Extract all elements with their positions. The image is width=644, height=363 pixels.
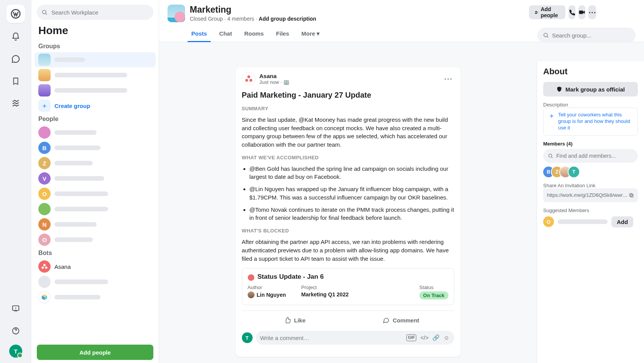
placeholder-bar: [54, 161, 93, 165]
comment-button[interactable]: Comment: [348, 313, 454, 327]
workplace-logo[interactable]: [7, 5, 25, 23]
group-search-input[interactable]: [552, 32, 630, 39]
notifications-icon[interactable]: [7, 28, 24, 45]
status-badge: On Track: [419, 291, 449, 299]
blocked-text: After obtaining the partner app API acce…: [242, 238, 454, 263]
bot-item[interactable]: [34, 274, 156, 289]
svg-point-5: [42, 267, 44, 269]
more-actions-button[interactable]: ⋯: [588, 5, 596, 19]
group-item[interactable]: [34, 83, 156, 98]
like-button[interactable]: Like: [242, 313, 348, 327]
global-search[interactable]: [37, 5, 153, 20]
status-title: Status Update - Jan 6: [258, 273, 324, 281]
person-avatar: Z: [38, 157, 51, 169]
tab-posts[interactable]: Posts: [190, 28, 209, 42]
feedback-icon[interactable]: [7, 300, 24, 317]
status-key: Status: [419, 285, 449, 290]
person-item[interactable]: V: [34, 171, 156, 186]
copy-icon[interactable]: [629, 193, 634, 198]
group-item[interactable]: [34, 67, 156, 83]
home-title: Home: [31, 21, 159, 41]
section-people: People: [31, 113, 159, 125]
emoji-icon[interactable]: ☺: [444, 334, 449, 341]
group-item-marketing[interactable]: [34, 52, 156, 67]
person-avatar: O: [38, 234, 51, 246]
create-group-button[interactable]: ＋ Create group: [34, 98, 156, 113]
author-key: Author: [248, 285, 286, 290]
comment-input[interactable]: [260, 335, 404, 341]
add-suggested-button[interactable]: Add: [611, 216, 633, 227]
member-search[interactable]: [543, 149, 638, 163]
comment-input-wrap[interactable]: GIF </> 🔗 ☺: [256, 331, 454, 345]
post-author-avatar[interactable]: [242, 72, 256, 86]
call-button[interactable]: [568, 5, 575, 19]
tab-rooms[interactable]: Rooms: [243, 28, 265, 42]
person-avatar: O: [38, 188, 51, 200]
svg-rect-14: [631, 194, 633, 197]
global-search-input[interactable]: [51, 9, 149, 16]
tab-files[interactable]: Files: [274, 28, 291, 42]
create-group-label: Create group: [54, 103, 90, 109]
globe-icon: 🏢: [283, 79, 289, 85]
person-item[interactable]: B: [34, 140, 156, 155]
svg-rect-8: [579, 11, 583, 14]
group-avatar-icon: [38, 54, 51, 66]
post-more-button[interactable]: ⋯: [442, 74, 454, 84]
search-icon: [543, 32, 549, 38]
placeholder-bar: [54, 176, 104, 181]
person-avatar: V: [38, 172, 51, 185]
bot-item-asana[interactable]: Asana: [34, 259, 156, 274]
tab-more[interactable]: More ▾: [300, 28, 321, 42]
add-group-description-link[interactable]: Add group description: [259, 16, 316, 22]
invitation-link[interactable]: https://work.me/g/1ZD6QtSk8/wwrR90Zt: [543, 188, 638, 202]
person-item[interactable]: Z: [34, 155, 156, 171]
code-icon[interactable]: </>: [420, 334, 429, 341]
group-cover-thumb: [168, 5, 185, 22]
suggested-label: Suggested Members: [543, 208, 638, 213]
person-item[interactable]: O: [34, 232, 156, 247]
asana-icon: [245, 75, 253, 83]
person-avatar: N: [38, 218, 51, 231]
video-call-button[interactable]: [578, 5, 585, 19]
add-people-sidebar-button[interactable]: Add people: [37, 345, 153, 360]
accomplished-label: WHAT WE'VE ACCOMPLISHED: [242, 154, 454, 162]
svg-point-6: [45, 267, 48, 269]
svg-point-10: [247, 75, 250, 78]
gif-icon[interactable]: GIF: [406, 334, 416, 341]
accomplishment-item: @Lin Nguyen has wrapped up the January f…: [250, 185, 454, 202]
svg-point-3: [43, 10, 46, 14]
bot-avatar: [38, 291, 51, 303]
person-item[interactable]: [34, 201, 156, 217]
blocked-label: WHAT'S BLOCKED: [242, 227, 454, 235]
group-title: Marketing: [190, 5, 524, 15]
person-item[interactable]: N: [34, 217, 156, 232]
group-search[interactable]: [537, 28, 636, 43]
bot-label: Asana: [54, 263, 71, 270]
mark-official-button[interactable]: Mark group as official: [543, 82, 638, 96]
author-value: Lin Nguyen: [248, 291, 286, 298]
person-avatar: B: [38, 142, 51, 154]
description-label: Description: [543, 102, 638, 108]
my-avatar[interactable]: T: [9, 345, 22, 358]
member-avatar-stack[interactable]: B Z T: [543, 167, 638, 177]
summary-label: SUMMARY: [242, 105, 454, 113]
member-search-input[interactable]: [556, 153, 633, 159]
status-update-card[interactable]: ⬤Status Update - Jan 6 Author Lin Nguyen…: [242, 268, 454, 305]
member-avatar[interactable]: T: [568, 167, 579, 177]
attach-icon[interactable]: 🔗: [432, 334, 440, 341]
add-people-button[interactable]: Add people: [529, 5, 565, 19]
svg-point-13: [549, 154, 552, 157]
search-icon: [548, 153, 553, 159]
post-author-name[interactable]: Asana: [260, 73, 290, 79]
help-icon[interactable]: [7, 322, 24, 339]
admin-icon[interactable]: [7, 95, 24, 112]
person-item[interactable]: [34, 125, 156, 140]
person-item[interactable]: O: [34, 186, 156, 201]
notes-icon[interactable]: [7, 73, 24, 90]
tab-chat[interactable]: Chat: [218, 28, 233, 42]
asana-icon: [38, 260, 51, 273]
bot-item[interactable]: [34, 289, 156, 305]
chat-icon[interactable]: [7, 51, 24, 67]
add-description-box[interactable]: ＋ Tell your coworkers what this group is…: [543, 108, 638, 136]
members-label: Members (4): [543, 141, 638, 147]
